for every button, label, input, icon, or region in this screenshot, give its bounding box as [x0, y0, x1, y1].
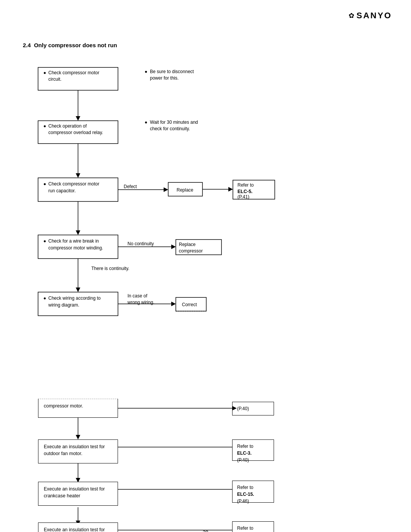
box4-bullet: ●: [43, 238, 46, 244]
replace-comp-line1: Replace: [179, 242, 196, 247]
elc5-code: ELC-5.: [237, 189, 253, 194]
box3-line2: run capacitor.: [48, 188, 76, 193]
box2-line2: compressor overload relay.: [48, 130, 103, 135]
box-crankcase-text: Execute an insulation test for crankcase…: [44, 486, 112, 499]
box5-line1: Check wiring according to: [48, 296, 101, 301]
note1-line1: Be sure to disconnect: [150, 69, 194, 74]
ref-p40-1: (P.40): [232, 402, 274, 415]
ref-p40-1-text: (P.40): [237, 406, 249, 411]
box3-bullet: ●: [43, 181, 46, 187]
ref-elc3: Refer to ELC-3. (P.40): [232, 439, 274, 461]
correct-text: Correct: [182, 302, 197, 307]
ref-elc15-l2: ELC-15.: [237, 492, 254, 497]
note-continuity: There is continuity.: [91, 266, 129, 271]
label-no-continuity: No continuity: [127, 241, 154, 246]
ref-elc15-l1: Refer to: [237, 485, 253, 490]
box-crankcase-heater: Execute an insulation test for crankcase…: [38, 482, 118, 506]
logo-icon: ✿: [349, 11, 354, 20]
page-number: －28－: [0, 529, 411, 532]
ref-elc15-l3: (P.46): [237, 498, 249, 504]
box4-line2: compressor motor winding.: [48, 245, 103, 251]
box-fan-motor: Execute an insulation test for outdoor f…: [38, 439, 118, 463]
arrow4-head: [76, 230, 80, 235]
box1-line2: circuit.: [48, 77, 62, 82]
box1-line1: Check compressor motor: [48, 70, 99, 75]
box-fan-text: Execute an insulation test for outdoor f…: [44, 444, 112, 457]
box1-bullet: ●: [43, 70, 46, 75]
arrow2-head: [76, 173, 80, 178]
elc5-refer: Refer to: [237, 182, 254, 188]
arrow5-right-head: [171, 244, 176, 249]
label-wrong-wiring2: wrong wiring.: [127, 300, 155, 305]
note2-bullet: ●: [145, 120, 147, 125]
box5-line2: wiring diagram.: [48, 302, 79, 308]
arrow1-head: [76, 116, 80, 121]
arrow-to-fan-head: [76, 435, 80, 439]
note2-line1: Wait for 30 minutes and: [150, 120, 198, 125]
box4-line1: Check for a wire break in: [48, 238, 99, 244]
logo: ✿ SANYO: [349, 11, 392, 21]
ref-elc3-l2: ELC-3.: [237, 451, 252, 456]
box-comp-motor-text: compressor motor.: [44, 403, 83, 410]
replace-comp-line2: compressor: [179, 248, 203, 254]
box2-line1: Check operation of: [48, 123, 87, 129]
bottom-flowchart: compressor motor. (P.40): [27, 395, 384, 532]
arrow7-right-head: [171, 302, 176, 306]
arrow3-right-head: [164, 187, 168, 192]
box3-line1: Check compressor motor: [48, 181, 99, 187]
label-defect: Defect: [124, 184, 137, 189]
box2-bullet: ●: [43, 123, 46, 129]
box5-bullet: ●: [43, 296, 46, 301]
note1-line2: power for this.: [150, 75, 178, 81]
note1-bullet: ●: [145, 69, 147, 74]
label-wrong-wiring1: In case of: [127, 293, 148, 299]
arrow6-head: [76, 288, 80, 292]
section-title: 2.4 Only compressor does not run: [23, 42, 388, 48]
ref-elc3-l1: Refer to: [237, 444, 253, 449]
arrow-to-elc5-head: [228, 187, 233, 192]
ref-elc3-l3: (P.40): [237, 457, 249, 463]
note2-line2: check for continuity.: [150, 126, 190, 131]
page: ✿ SANYO 2.4 Only compressor does not run…: [0, 0, 411, 532]
replace1-text: Replace: [177, 187, 193, 193]
ref-elc15: Refer to ELC-15. (P.46): [232, 481, 274, 503]
elc5-page: (P.41): [237, 194, 249, 200]
box-compressor-motor-partial: compressor motor.: [38, 399, 118, 418]
logo-text: SANYO: [357, 11, 392, 21]
flowchart-svg: ● Check compressor motor circuit. ● Be s…: [27, 60, 384, 391]
